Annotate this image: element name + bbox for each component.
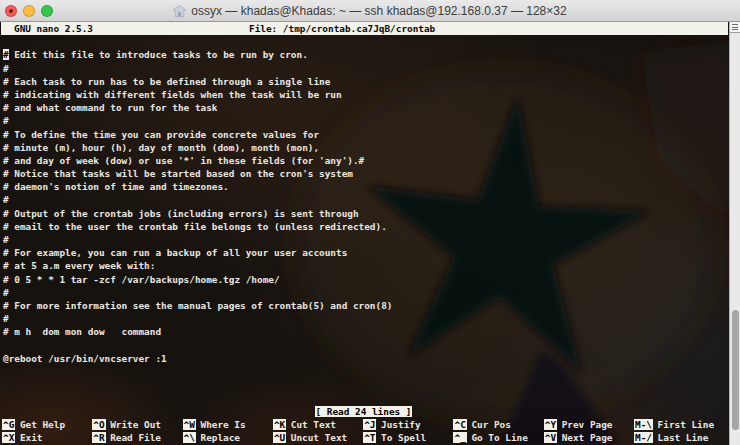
terminal-screen[interactable]: GNU nano 2.5.3 File: /tmp/crontab.ca7JqB… [0,22,740,445]
shortcut-write-out: ^OWrite Out [92,418,182,431]
shortcut-key: ^V [544,432,557,443]
window-title: ossyx — khadas@Khadas: ~ — ssh khadas@19… [191,4,566,18]
shortcut-key: M-/ [634,432,653,443]
shortcut-first-line: M-\First Line [634,418,724,431]
buffer-line: # at 5 a.m every week with: [3,259,392,272]
buffer-line: # To define the time you can provide con… [3,128,392,141]
shortcut-cur-pos: ^CCur Pos [453,418,543,431]
shortcut-justify: ^JJustify [363,418,453,431]
shortcut-key: ^\ [183,432,196,443]
scrollbar-track[interactable] [729,22,740,445]
shortcut-label: Uncut Text [291,432,347,443]
shortcut-label: Cut Text [291,419,336,430]
window-title-area: ossyx — khadas@Khadas: ~ — ssh khadas@19… [0,0,740,21]
buffer-line: # indicating with different fields when … [3,88,392,101]
shortcut-label: Cur Pos [471,419,511,430]
buffer-line: # Each task to run has to be defined thr… [3,75,392,88]
shortcuts-row-2: ^XExit^RRead File^\Replace^UUncut Text^T… [2,431,729,444]
shortcut-key: ^T [363,432,376,443]
shortcut-help: ^GGet Help^OWrite Out^WWhere Is^KCut Tex… [2,418,729,444]
shortcut-key: M-\ [634,419,653,430]
shortcut-key: ^O [92,419,105,430]
shortcut-label: Get Help [20,419,65,430]
buffer-line: # 0 5 * * 1 tar -zcf /var/backups/home.t… [3,273,392,286]
shortcut-key: ^X [2,432,15,443]
shortcut-label: Prev Page [562,419,613,430]
shortcut-exit: ^XExit [2,431,92,444]
terminal-window: ossyx — khadas@Khadas: ~ — ssh khadas@19… [0,0,740,445]
shortcut-key: ^Y [544,419,557,430]
shortcut-read-file: ^RRead File [92,431,182,444]
shortcut-label: Last Line [658,432,709,443]
buffer-line: # [3,233,392,246]
shortcut-label: Write Out [110,419,161,430]
shortcut-label: Justify [381,419,421,430]
buffer-line: # email to the user the crontab file bel… [3,220,392,233]
buffer-line: # minute (m), hour (h), day of month (do… [3,141,392,154]
nano-header-bar: GNU nano 2.5.3 File: /tmp/crontab.ca7JqB… [1,22,728,35]
buffer-line: # For example, you can run a backup of a… [3,246,392,259]
buffer-line: # Edit this file to introduce tasks to b… [3,48,392,61]
shortcut-label: First Line [658,419,714,430]
shortcut-label: Read File [110,432,161,443]
shortcut-key: ^R [92,432,105,443]
shortcut-key: ^J [363,419,376,430]
buffer-line [3,339,392,352]
shortcut-key: ^K [273,419,286,430]
buffer-line: # [3,114,392,127]
shortcut-get-help: ^GGet Help [2,418,92,431]
buffer-line: # m h dom mon dow command [3,325,392,338]
text-cursor: # [3,49,9,60]
shortcut-where-is: ^WWhere Is [183,418,273,431]
shortcut-go-to-line: ^_Go To Line [453,431,543,444]
shortcut-label: Next Page [562,432,613,443]
home-folder-icon [173,5,186,17]
shortcut-last-line: M-/Last Line [634,431,724,444]
split-pane-button[interactable] [730,22,740,33]
shortcut-label: Exit [20,432,43,443]
shortcut-label: Replace [200,432,240,443]
buffer-line: # Output of the crontab jobs (including … [3,207,392,220]
nano-file-label: File: /tmp/crontab.ca7JqB/crontab [249,22,435,35]
status-message: [ Read 24 lines ] [315,406,413,417]
shortcut-next-page: ^VNext Page [544,431,634,444]
scrollbar-thumb[interactable] [732,310,739,430]
shortcut-label: Go To Line [471,432,527,443]
shortcut-replace: ^\Replace [183,431,273,444]
shortcut-key: ^C [453,419,466,430]
buffer-line: # [3,62,392,75]
status-bar: [ Read 24 lines ] [0,405,727,418]
buffer-line: # [3,312,392,325]
shortcut-label: To Spell [381,432,426,443]
shortcut-prev-page: ^YPrev Page [544,418,634,431]
shortcut-key: ^G [2,419,15,430]
nano-version: GNU nano 2.5.3 [14,22,93,35]
buffer-line: # daemon's notion of time and timezones. [3,180,392,193]
buffer-line: # Notice that tasks will be started base… [3,167,392,180]
shortcut-key: ^U [273,432,286,443]
buffer-line: # For more information see the manual pa… [3,299,392,312]
shortcut-label: Where Is [200,419,245,430]
editor-buffer[interactable]: # Edit this file to introduce tasks to b… [3,48,392,365]
buffer-line: # [3,193,392,206]
buffer-line: @reboot /usr/bin/vncserver :1 [3,352,392,365]
shortcuts-row-1: ^GGet Help^OWrite Out^WWhere Is^KCut Tex… [2,418,729,431]
shortcut-to-spell: ^TTo Spell [363,431,453,444]
buffer-line: # [3,286,392,299]
titlebar: ossyx — khadas@Khadas: ~ — ssh khadas@19… [0,0,740,22]
buffer-line: # and what command to run for the task [3,101,392,114]
shortcut-cut-text: ^KCut Text [273,418,363,431]
shortcut-key: ^_ [453,432,466,443]
shortcut-uncut-text: ^UUncut Text [273,431,363,444]
buffer-line: # and day of week (dow) or use '*' in th… [3,154,392,167]
shortcut-key: ^W [183,419,196,430]
